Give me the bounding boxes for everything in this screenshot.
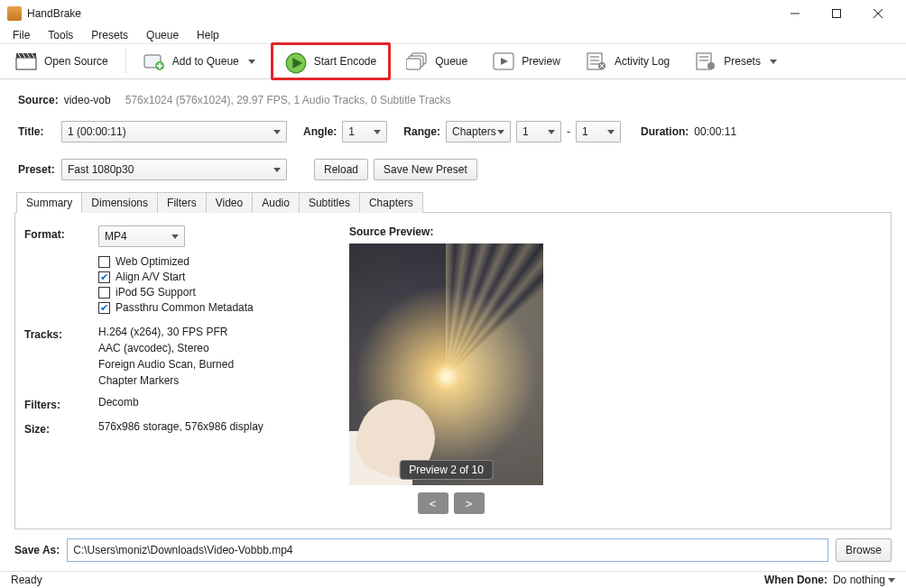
- add-to-queue-label: Add to Queue: [172, 55, 239, 68]
- menu-file[interactable]: File: [5, 27, 37, 43]
- preview-prev-button[interactable]: <: [418, 492, 448, 514]
- svg-rect-4: [16, 58, 36, 69]
- menu-tools[interactable]: Tools: [41, 27, 80, 43]
- when-done-label: When Done:: [764, 574, 827, 586]
- angle-select[interactable]: 1: [342, 121, 387, 142]
- toolbar: Open Source Add to Queue Start Encode Qu…: [0, 43, 906, 79]
- menu-queue[interactable]: Queue: [139, 27, 186, 43]
- activity-log-label: Activity Log: [615, 55, 670, 68]
- track-line: AAC (avcodec), Stereo: [98, 342, 234, 354]
- saveas-label: Save As:: [14, 544, 60, 556]
- preset-label: Preset:: [18, 163, 56, 176]
- source-details: 576x1024 (576x1024), 29.97 FPS, 1 Audio …: [125, 94, 451, 106]
- presets-button[interactable]: Presets: [685, 47, 787, 76]
- tab-summary[interactable]: Summary: [16, 192, 82, 213]
- play-icon: [285, 52, 307, 70]
- preview-button[interactable]: Preview: [483, 47, 570, 76]
- size-value: 576x986 storage, 576x986 display: [98, 420, 263, 433]
- log-icon: [586, 52, 607, 70]
- align-av-checkbox[interactable]: ✔Align A/V Start: [98, 271, 254, 283]
- menu-help[interactable]: Help: [190, 27, 226, 43]
- browse-button[interactable]: Browse: [836, 538, 892, 562]
- presets-label: Presets: [724, 55, 761, 68]
- range-type-select[interactable]: Chapters: [446, 121, 511, 142]
- open-source-label: Open Source: [44, 55, 108, 68]
- tabs: Summary Dimensions Filters Video Audio S…: [16, 191, 906, 212]
- queue-label: Queue: [435, 55, 467, 68]
- title-label: Title:: [18, 125, 56, 138]
- passthru-checkbox[interactable]: ✔Passthru Common Metadata: [98, 301, 254, 314]
- source-preview-label: Source Preview:: [349, 225, 552, 238]
- svg-rect-12: [406, 59, 421, 69]
- when-done-dropdown[interactable]: Do nothing: [833, 574, 895, 586]
- source-name: video-vob: [64, 94, 111, 106]
- size-label: Size:: [24, 420, 98, 436]
- track-line: Chapter Markers: [98, 374, 234, 387]
- source-label: Source:: [18, 94, 59, 106]
- filters-label: Filters:: [24, 396, 98, 411]
- angle-label: Angle:: [303, 125, 337, 138]
- add-queue-icon: [143, 52, 165, 70]
- titlebar: HandBrake: [0, 0, 906, 27]
- range-to-select[interactable]: 1: [576, 121, 621, 142]
- presets-icon: [695, 52, 716, 70]
- chevron-down-icon: [248, 60, 255, 64]
- queue-button[interactable]: Queue: [396, 47, 477, 76]
- chevron-down-icon: [888, 578, 895, 583]
- save-new-preset-button[interactable]: Save New Preset: [374, 159, 477, 180]
- preview-image: Preview 2 of 10: [349, 243, 543, 485]
- range-dash: -: [567, 125, 570, 138]
- tab-chapters[interactable]: Chapters: [359, 192, 423, 213]
- start-encode-button[interactable]: Start Encode: [275, 47, 386, 76]
- svg-rect-1: [833, 10, 841, 18]
- filters-value: Decomb: [98, 396, 139, 409]
- track-line: Foreign Audio Scan, Burned: [98, 358, 234, 371]
- range-label: Range:: [403, 125, 440, 138]
- separator: [125, 49, 126, 74]
- menu-presets[interactable]: Presets: [84, 27, 135, 43]
- preset-select[interactable]: Fast 1080p30: [61, 159, 287, 180]
- save-as-row: Save As: Browse: [0, 529, 906, 571]
- status-text: Ready: [11, 574, 42, 586]
- open-source-button[interactable]: Open Source: [5, 47, 118, 76]
- close-button[interactable]: [857, 0, 899, 27]
- start-encode-label: Start Encode: [314, 55, 376, 68]
- preview-label: Preview: [522, 55, 560, 68]
- tab-dimensions[interactable]: Dimensions: [81, 192, 158, 213]
- preview-icon: [493, 52, 514, 70]
- minimize-button[interactable]: [774, 0, 816, 27]
- duration-value: 00:00:11: [694, 125, 736, 138]
- activity-log-button[interactable]: Activity Log: [576, 47, 680, 76]
- film-clapper-icon: [15, 52, 37, 70]
- queue-icon: [406, 52, 428, 70]
- tab-filters[interactable]: Filters: [157, 192, 207, 213]
- range-from-select[interactable]: 1: [516, 121, 561, 142]
- web-optimized-checkbox[interactable]: Web Optimized: [98, 255, 254, 268]
- format-select[interactable]: MP4: [98, 225, 185, 247]
- duration-label: Duration:: [641, 125, 689, 138]
- highlight-start-encode: Start Encode: [271, 42, 391, 80]
- app-title: HandBrake: [27, 7, 81, 20]
- tracks-label: Tracks:: [24, 326, 98, 341]
- summary-panel: Format: MP4 Web Optimized ✔Align A/V Sta…: [14, 212, 892, 529]
- format-label: Format:: [24, 225, 98, 241]
- ipod-checkbox[interactable]: iPod 5G Support: [98, 286, 254, 299]
- track-line: H.264 (x264), 30 FPS PFR: [98, 326, 234, 338]
- chevron-down-icon: [770, 60, 777, 64]
- app-icon: [7, 6, 22, 21]
- saveas-input[interactable]: [67, 538, 828, 562]
- reload-button[interactable]: Reload: [314, 159, 368, 180]
- title-select[interactable]: 1 (00:00:11): [61, 121, 287, 142]
- add-to-queue-button[interactable]: Add to Queue: [134, 47, 265, 76]
- svg-point-23: [707, 62, 715, 69]
- statusbar: Ready When Done: Do nothing: [0, 571, 906, 588]
- tab-subtitles[interactable]: Subtitles: [299, 192, 360, 213]
- tab-audio[interactable]: Audio: [252, 192, 300, 213]
- preview-next-button[interactable]: >: [454, 492, 485, 514]
- preview-counter-badge: Preview 2 of 10: [399, 460, 494, 480]
- menubar: File Tools Presets Queue Help: [0, 27, 906, 43]
- tab-video[interactable]: Video: [206, 192, 253, 213]
- maximize-button[interactable]: [816, 0, 857, 27]
